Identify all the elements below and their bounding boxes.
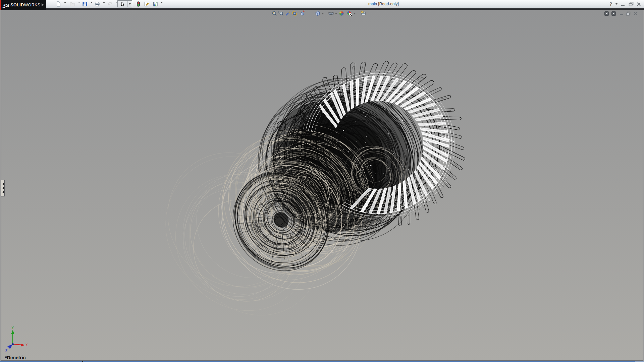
- app-restore-button[interactable]: [628, 1, 634, 7]
- view-orientation-cube-icon: [315, 10, 321, 16]
- doc-close-icon: [634, 11, 638, 15]
- zoom-to-fit-icon: [271, 10, 277, 16]
- triad-y-axis: Y: [11, 326, 14, 344]
- view-orientation-button[interactable]: [315, 10, 321, 16]
- feature-tree-collapsed-tab[interactable]: [1, 180, 5, 196]
- file-properties-icon: [144, 1, 150, 7]
- rotate-view-icon: [291, 10, 298, 16]
- reference-triad: Y X Z: [3, 326, 35, 353]
- brand-name-light: WORKS: [24, 3, 40, 7]
- collapse-arrow-icon: [2, 191, 4, 193]
- doc-restore-button[interactable]: [626, 11, 631, 16]
- screen-edge-red-sliver: [0, 0, 1, 10]
- save-floppy-icon: [82, 1, 88, 7]
- minimize-icon: [621, 5, 625, 6]
- doc-close-button[interactable]: [633, 11, 638, 16]
- window-title: main [Read-only]: [368, 2, 399, 6]
- brand-name-bold: SOLID: [10, 3, 24, 7]
- hide-show-items-button[interactable]: [328, 10, 334, 16]
- app-close-button[interactable]: [636, 1, 641, 7]
- save-dropdown[interactable]: [91, 2, 93, 3]
- close-icon: [637, 2, 641, 6]
- options-dropdown[interactable]: [161, 2, 163, 3]
- view-orientation-dropdown[interactable]: [322, 13, 324, 14]
- new-document-icon: [55, 1, 61, 7]
- appearance-ball-icon: [338, 10, 344, 16]
- taskbar-notch: [82, 361, 83, 362]
- open-folder-icon: [69, 1, 75, 7]
- doc-restore-icon: [626, 11, 631, 16]
- open-button[interactable]: [69, 1, 76, 7]
- restore-icon: [629, 2, 634, 6]
- print-button[interactable]: [94, 1, 101, 7]
- doc-minimize-button[interactable]: [619, 11, 624, 16]
- brand-glyph: ƷS: [3, 2, 9, 8]
- taskbar-edge[interactable]: [0, 361, 644, 362]
- triad-x-axis: X: [13, 343, 28, 347]
- view-settings-button[interactable]: [360, 10, 366, 16]
- zoom-in-out-icon: [285, 10, 291, 16]
- help-dropdown[interactable]: [615, 1, 618, 7]
- view-settings-monitor-icon: [360, 10, 366, 16]
- previous-window-button[interactable]: [604, 11, 609, 16]
- file-properties-button[interactable]: [143, 1, 150, 7]
- zoom-to-fit-button[interactable]: [271, 10, 277, 16]
- pan-icon: [299, 10, 305, 16]
- help-button[interactable]: ?: [608, 1, 613, 7]
- printer-icon: [94, 1, 100, 7]
- previous-arrow-icon: [606, 12, 607, 14]
- zoom-to-area-button[interactable]: [278, 10, 284, 16]
- new-document-dropdown[interactable]: [64, 2, 66, 3]
- collapse-arrow-icon: [2, 187, 4, 189]
- glasses-icon: [328, 10, 334, 16]
- svg-text:Y: Y: [12, 326, 14, 330]
- edit-appearance-button[interactable]: [338, 10, 344, 16]
- select-tool-button[interactable]: [117, 0, 127, 7]
- scene-ball-icon: [346, 10, 353, 16]
- help-icon: ?: [609, 1, 612, 7]
- view-orientation-label: *Dimetric: [5, 355, 25, 360]
- next-window-button[interactable]: [611, 11, 616, 16]
- svg-text:Z: Z: [5, 349, 7, 353]
- select-cursor-icon: [119, 1, 125, 7]
- print-dropdown[interactable]: [103, 2, 105, 3]
- undo-arrow-icon: [107, 1, 113, 7]
- zoom-in-out-button[interactable]: [285, 10, 291, 16]
- app-minimize-button[interactable]: [620, 1, 626, 7]
- svg-text:X: X: [25, 343, 28, 347]
- triad-z-axis: Z: [5, 343, 14, 353]
- collapse-arrow-icon: [2, 183, 4, 185]
- undo-button[interactable]: [106, 1, 114, 7]
- save-button[interactable]: [81, 1, 89, 7]
- options-checklist-icon: [152, 1, 158, 7]
- open-dropdown[interactable]: [78, 2, 80, 3]
- menu-expander-arrow-icon[interactable]: [42, 3, 44, 6]
- doc-minimize-icon: [620, 14, 623, 15]
- rebuild-button[interactable]: [135, 1, 142, 7]
- zoom-to-area-icon: [278, 10, 284, 16]
- traffic-light-icon: [135, 1, 141, 7]
- select-tool-dropdown[interactable]: [127, 0, 132, 7]
- hide-show-items-dropdown[interactable]: [335, 13, 337, 14]
- apply-scene-button[interactable]: [346, 10, 353, 16]
- next-arrow-icon: [613, 12, 614, 14]
- apply-scene-dropdown[interactable]: [354, 13, 356, 14]
- jet-engine-wireframe-model[interactable]: [1, 10, 643, 361]
- pan-button[interactable]: [299, 10, 305, 16]
- options-button[interactable]: [152, 1, 159, 7]
- rotate-view-button[interactable]: [291, 10, 298, 16]
- title-bar: main [Read-only] ?: [0, 0, 644, 8]
- solidworks-logo[interactable]: ƷS SOLID WORKS: [0, 0, 46, 10]
- new-document-button[interactable]: [55, 1, 62, 7]
